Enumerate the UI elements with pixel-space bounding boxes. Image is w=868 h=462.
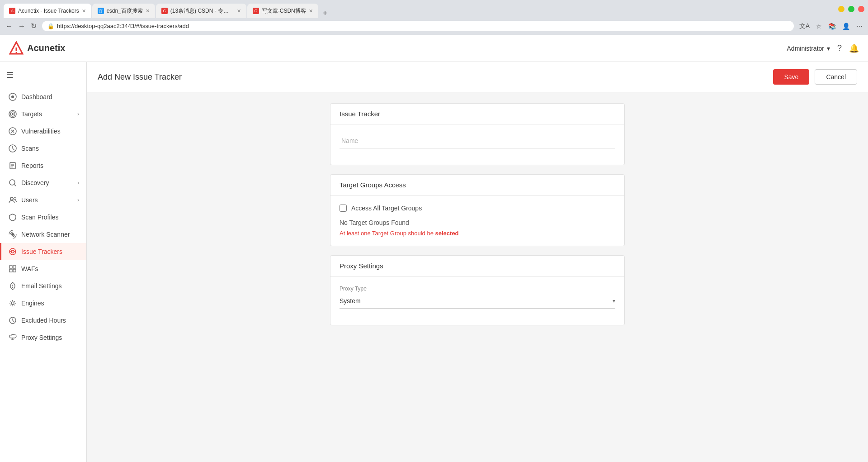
sidebar-item-network-scanner[interactable]: Network Scanner (0, 226, 86, 243)
logo-text: Acunetix (27, 43, 65, 53)
tab-close-1[interactable]: ✕ (82, 8, 86, 14)
collections-icon[interactable]: 📚 (826, 21, 838, 32)
address-bar-actions: 文A ☆ 📚 👤 ⋯ (797, 20, 864, 32)
proxy-type-select-row: System None Manual ▾ (340, 294, 615, 309)
app-header: Acunetix Administrator ▾ ? 🔔 (0, 35, 868, 62)
address-bar[interactable]: 🔒 https://desktop-qq2aac2:3443/#/issue-t… (42, 21, 794, 31)
help-button[interactable]: ? (837, 43, 842, 53)
reports-icon (9, 162, 17, 170)
favorites-icon[interactable]: ☆ (814, 21, 824, 32)
tab-favicon-3: C (161, 8, 168, 14)
cancel-button[interactable]: Cancel (815, 69, 857, 85)
sidebar-item-discovery[interactable]: Discovery › (0, 174, 86, 191)
users-icon (9, 196, 17, 204)
targets-arrow: › (77, 111, 79, 117)
svg-point-7 (12, 113, 14, 115)
svg-rect-29 (9, 269, 12, 272)
sidebar-item-wafs[interactable]: WAFs (0, 260, 86, 277)
user-dropdown-arrow: ▾ (827, 45, 830, 52)
content-area: Add New Issue Tracker Save Cancel Issue … (87, 62, 868, 462)
svg-point-21 (14, 198, 16, 200)
sidebar-item-label-email-settings: Email Settings (21, 282, 79, 290)
sidebar-item-label-scans: Scans (21, 145, 79, 152)
forward-button[interactable]: → (16, 20, 27, 32)
vulnerabilities-icon (9, 127, 17, 135)
sidebar-top: ☰ (0, 62, 86, 88)
back-button[interactable]: ← (4, 20, 14, 32)
tab-favicon-4: C (253, 8, 259, 14)
maximize-button[interactable] (848, 6, 854, 12)
user-menu[interactable]: Administrator ▾ (787, 45, 830, 52)
svg-point-4 (11, 95, 14, 98)
browser-tab-1[interactable]: A Acunetix - Issue Trackers ✕ (4, 4, 91, 18)
tab-favicon-2: 百 (98, 8, 104, 14)
targets-icon (9, 110, 17, 118)
tab-label-2: csdn_百度搜索 (107, 7, 143, 15)
sidebar-item-label-vulnerabilities: Vulnerabilities (21, 128, 79, 135)
more-icon[interactable]: ⋯ (854, 21, 864, 32)
name-input[interactable] (340, 133, 615, 148)
browser-tab-3[interactable]: C (13条消息) CSDN - 专业开发者社... ✕ (156, 4, 246, 18)
browser-tabs: A Acunetix - Issue Trackers ✕ 百 csdn_百度搜… (4, 0, 833, 18)
notifications-button[interactable]: 🔔 (849, 43, 859, 53)
minimize-button[interactable] (838, 6, 844, 12)
new-tab-button[interactable]: + (319, 9, 331, 18)
tab-label-1: Acunetix - Issue Trackers (18, 8, 79, 14)
sidebar-item-email-settings[interactable]: Email Settings (0, 277, 86, 295)
access-all-target-groups-row: Access All Target Groups (340, 205, 615, 212)
svg-rect-30 (13, 269, 16, 272)
user-label: Administrator (787, 45, 824, 52)
page-header: Add New Issue Tracker Save Cancel (87, 62, 868, 92)
profile-icon[interactable]: 👤 (840, 21, 852, 32)
svg-line-13 (13, 148, 14, 150)
users-arrow: › (77, 197, 79, 203)
browser-chrome: A Acunetix - Issue Trackers ✕ 百 csdn_百度搜… (0, 0, 868, 18)
sidebar-item-proxy-settings[interactable]: Proxy Settings (0, 329, 86, 346)
sidebar-item-label-dashboard: Dashboard (21, 93, 79, 100)
select-arrow-icon: ▾ (613, 298, 615, 304)
target-groups-section: Target Groups Access Access All Target G… (330, 174, 625, 246)
wafs-icon (9, 265, 17, 273)
sidebar-item-vulnerabilities[interactable]: Vulnerabilities (0, 123, 86, 140)
network-scanner-icon (9, 230, 17, 238)
tab-close-3[interactable]: ✕ (237, 8, 241, 14)
sidebar-item-excluded-hours[interactable]: Excluded Hours (0, 312, 86, 329)
address-text: https://desktop-qq2aac2:3443/#/issue-tra… (57, 23, 788, 29)
close-button[interactable] (858, 6, 864, 12)
sidebar-item-label-reports: Reports (21, 162, 79, 169)
tab-close-2[interactable]: ✕ (146, 8, 150, 14)
engines-icon (9, 299, 17, 307)
browser-tab-4[interactable]: C 写文章-CSDN博客 ✕ (247, 4, 318, 18)
sidebar-item-scans[interactable]: Scans (0, 140, 86, 157)
app-container: Acunetix Administrator ▾ ? 🔔 ☰ Da (0, 35, 868, 462)
sidebar-item-users[interactable]: Users › (0, 191, 86, 209)
issue-trackers-icon (9, 248, 17, 256)
hamburger-button[interactable]: ☰ (4, 67, 16, 83)
browser-tab-2[interactable]: 百 csdn_百度搜索 ✕ (92, 4, 155, 18)
sidebar-item-targets[interactable]: Targets › (0, 105, 86, 123)
sidebar-item-dashboard[interactable]: Dashboard (0, 88, 86, 105)
access-all-target-groups-checkbox[interactable] (340, 205, 347, 212)
sidebar-item-label-proxy-settings: Proxy Settings (21, 334, 79, 341)
issue-tracker-section: Issue Tracker (330, 103, 625, 165)
form-content: Issue Tracker Target Groups Access Acces… (319, 92, 636, 345)
discovery-arrow: › (77, 180, 79, 186)
tab-close-4[interactable]: ✕ (309, 8, 313, 14)
svg-point-32 (12, 287, 13, 288)
proxy-type-field: Proxy Type System None Manual ▾ (340, 286, 615, 309)
excluded-hours-icon (9, 316, 17, 324)
proxy-settings-section: Proxy Settings Proxy Type System None Ma… (330, 255, 625, 325)
reload-button[interactable]: ↻ (29, 20, 38, 32)
sidebar-item-issue-trackers[interactable]: Issue Trackers (0, 243, 86, 260)
save-button[interactable]: Save (773, 69, 809, 85)
tab-label-4: 写文章-CSDN博客 (262, 7, 306, 15)
translate-icon[interactable]: 文A (797, 20, 811, 32)
sidebar-item-scan-profiles[interactable]: Scan Profiles (0, 209, 86, 226)
sidebar-item-engines[interactable]: Engines (0, 295, 86, 312)
issue-tracker-section-body (330, 124, 624, 165)
target-groups-section-heading: Target Groups Access (330, 175, 624, 195)
svg-rect-28 (13, 266, 16, 268)
sidebar-item-reports[interactable]: Reports (0, 157, 86, 174)
nav-buttons: ← → ↻ (4, 20, 38, 32)
proxy-type-select[interactable]: System None Manual (340, 295, 613, 306)
